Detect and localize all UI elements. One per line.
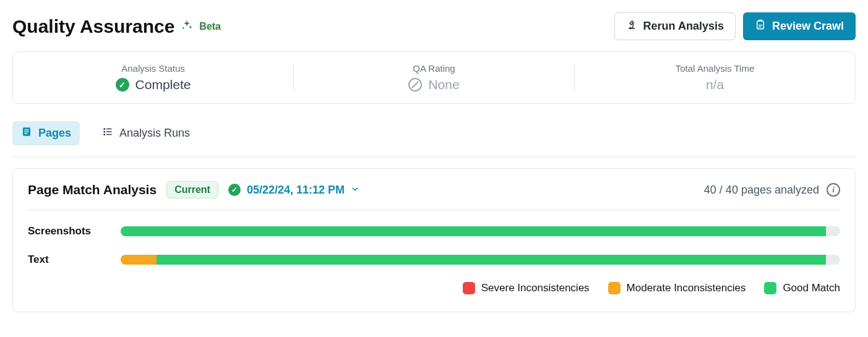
- bar-seg-good: [121, 226, 826, 236]
- stat-label: QA Rating: [413, 63, 455, 74]
- swatch-good: [764, 282, 776, 294]
- legend-item-moderate: Moderate Inconsistencies: [608, 282, 746, 294]
- list-icon: [102, 126, 113, 140]
- sparkle-icon: [181, 19, 193, 34]
- info-icon[interactable]: i: [827, 183, 840, 197]
- pages-icon: [21, 126, 32, 140]
- none-icon: [408, 78, 422, 92]
- bar-track: [121, 226, 840, 236]
- bar-row-text: Text: [28, 254, 840, 266]
- svg-point-5: [104, 129, 105, 130]
- legend-label: Good Match: [783, 282, 840, 294]
- pages-analyzed-text: 40 / 40 pages analyzed: [704, 184, 819, 197]
- stat-value: None: [428, 77, 459, 92]
- bar-label: Screenshots: [28, 225, 108, 237]
- page-title: Quality Assurance: [12, 16, 174, 37]
- current-badge: Current: [166, 181, 218, 198]
- pages-analyzed: 40 / 40 pages analyzed i: [704, 183, 840, 197]
- legend-item-severe: Severe Inconsistencies: [463, 282, 590, 294]
- legend-label: Moderate Inconsistencies: [627, 282, 746, 294]
- chevron-down-icon: [351, 185, 359, 195]
- swatch-moderate: [608, 282, 621, 294]
- stat-label: Total Analysis Time: [676, 63, 755, 74]
- stat-qa-rating: QA Rating None: [293, 63, 574, 92]
- microscope-icon: [626, 19, 637, 33]
- rerun-analysis-button[interactable]: Rerun Analysis: [614, 12, 736, 40]
- bar-track: [121, 255, 840, 265]
- check-circle-icon: ✓: [228, 184, 241, 196]
- stat-value: n/a: [706, 77, 724, 92]
- actions-group: Rerun Analysis Review Crawl: [614, 12, 856, 40]
- page-header: Quality Assurance Beta Rerun Analysis Re…: [12, 12, 856, 40]
- stat-analysis-status: Analysis Status ✓ Complete: [13, 63, 293, 92]
- check-circle-icon: ✓: [116, 78, 129, 92]
- analysis-title: Page Match Analysis: [28, 182, 157, 197]
- analysis-header: Page Match Analysis Current ✓ 05/22/24, …: [28, 181, 840, 210]
- bar-row-screenshots: Screenshots: [28, 225, 840, 237]
- swatch-severe: [463, 282, 475, 294]
- svg-rect-4: [24, 133, 27, 134]
- tabs-row: Pages Analysis Runs: [12, 121, 856, 145]
- stat-total-time: Total Analysis Time n/a: [574, 63, 855, 92]
- tab-analysis-runs[interactable]: Analysis Runs: [93, 121, 199, 145]
- svg-rect-3: [24, 131, 29, 132]
- analysis-card: Page Match Analysis Current ✓ 05/22/24, …: [12, 168, 856, 312]
- divider: [12, 156, 856, 157]
- clipboard-icon: [755, 19, 766, 33]
- svg-rect-2: [24, 129, 29, 130]
- svg-point-7: [104, 134, 105, 135]
- bar-seg-moderate: [121, 255, 157, 265]
- review-crawl-button[interactable]: Review Crawl: [743, 12, 856, 40]
- legend-label: Severe Inconsistencies: [481, 282, 590, 294]
- rerun-analysis-label: Rerun Analysis: [643, 20, 724, 33]
- timestamp: 05/22/24, 11:12 PM: [247, 184, 345, 197]
- stat-label: Analysis Status: [121, 63, 185, 74]
- tab-label: Pages: [38, 127, 71, 140]
- timestamp-selector[interactable]: ✓ 05/22/24, 11:12 PM: [228, 184, 359, 197]
- beta-badge: Beta: [199, 21, 221, 32]
- bar-seg-good: [157, 255, 826, 265]
- legend: Severe Inconsistencies Moderate Inconsis…: [28, 282, 840, 294]
- bar-label: Text: [28, 254, 108, 266]
- stat-value: Complete: [135, 77, 191, 92]
- review-crawl-label: Review Crawl: [772, 20, 844, 33]
- svg-point-6: [104, 131, 105, 132]
- stats-card: Analysis Status ✓ Complete QA Rating Non…: [12, 51, 856, 104]
- tab-label: Analysis Runs: [119, 127, 190, 140]
- title-group: Quality Assurance Beta: [12, 16, 221, 37]
- legend-item-good: Good Match: [764, 282, 840, 294]
- tab-pages[interactable]: Pages: [12, 121, 80, 145]
